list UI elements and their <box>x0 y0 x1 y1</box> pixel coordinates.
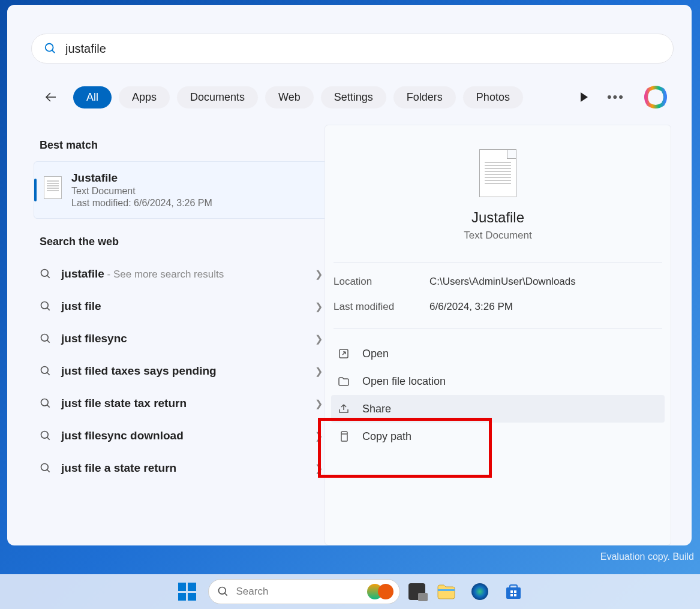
chevron-right-icon: ❯ <box>315 398 323 409</box>
watermark: Evaluation copy. Build <box>600 551 694 562</box>
web-suggestion[interactable]: just filesync ❯ <box>34 322 329 355</box>
search-icon <box>40 365 52 377</box>
edge-icon[interactable] <box>467 579 492 604</box>
best-match-label: Best match <box>40 139 323 152</box>
filter-web[interactable]: Web <box>265 86 314 108</box>
text-file-icon <box>44 176 62 199</box>
svg-rect-21 <box>438 589 455 591</box>
svg-rect-28 <box>514 594 516 596</box>
filter-row: All Apps Documents Web Settings Folders … <box>42 83 674 111</box>
folder-icon <box>337 375 350 388</box>
web-suggestion-text: just file <box>61 300 101 313</box>
svg-point-9 <box>41 367 49 374</box>
svg-line-20 <box>224 593 227 596</box>
svg-line-4 <box>47 276 50 278</box>
web-suggestion[interactable]: just filed taxes says pending ❯ <box>34 355 329 387</box>
copy-icon <box>337 430 350 443</box>
chevron-right-icon: ❯ <box>315 333 323 345</box>
preview-title: Justafile <box>325 209 671 226</box>
svg-point-19 <box>218 587 226 595</box>
taskbar: Search <box>0 574 700 609</box>
share-icon <box>337 402 350 415</box>
action-copy-path[interactable]: Copy path <box>331 423 665 450</box>
search-icon <box>40 333 52 345</box>
web-suggestion[interactable]: just file state tax return ❯ <box>34 387 329 420</box>
play-icon[interactable] <box>581 92 588 102</box>
action-open-label: Open <box>362 348 389 360</box>
taskview-icon[interactable] <box>408 583 425 600</box>
search-web-label: Search the web <box>40 236 323 248</box>
open-icon <box>337 347 350 360</box>
web-suggestion-text: just file state tax return <box>61 397 187 410</box>
search-icon <box>40 397 52 409</box>
best-match-item[interactable]: Justafile Text Document Last modified: 6… <box>34 161 329 219</box>
actions-list: Open Open file location Share Copy path <box>325 329 671 450</box>
svg-rect-24 <box>510 585 517 589</box>
svg-line-16 <box>47 470 50 472</box>
more-icon[interactable]: ••• <box>607 89 624 105</box>
action-open[interactable]: Open <box>331 340 665 367</box>
meta-modified: Last modified 6/6/2024, 3:26 PM <box>325 288 671 313</box>
web-suggestion[interactable]: just file ❯ <box>34 290 329 322</box>
svg-point-15 <box>41 464 49 471</box>
preview-pane: Justafile Text Document Location C:\User… <box>325 125 671 545</box>
svg-line-12 <box>47 405 50 408</box>
best-match-type: Text Document <box>71 186 212 197</box>
location-value: C:\Users\AdminUser\Downloads <box>429 276 576 288</box>
chevron-right-icon: ❯ <box>315 430 323 442</box>
action-copy-path-label: Copy path <box>362 430 411 443</box>
svg-line-1 <box>52 50 55 53</box>
search-icon <box>40 462 52 474</box>
arrow-left-icon <box>44 90 58 104</box>
start-button[interactable] <box>175 579 200 604</box>
chevron-right-icon: ❯ <box>315 366 323 377</box>
explorer-icon[interactable] <box>434 579 459 604</box>
svg-line-8 <box>47 340 50 343</box>
taskbar-search[interactable]: Search <box>208 579 400 604</box>
filter-photos[interactable]: Photos <box>463 86 523 108</box>
web-suggestion[interactable]: just filesync download ❯ <box>34 420 329 452</box>
preview-file-icon <box>479 149 516 197</box>
search-input[interactable] <box>65 42 661 56</box>
filter-all[interactable]: All <box>73 86 112 108</box>
search-bar[interactable] <box>31 34 674 64</box>
filter-settings[interactable]: Settings <box>321 86 386 108</box>
web-suggestion[interactable]: justafile - See more search results ❯ <box>34 258 329 290</box>
search-icon <box>217 586 229 598</box>
svg-point-3 <box>41 270 49 277</box>
action-share[interactable]: Share <box>331 395 665 423</box>
svg-point-0 <box>46 44 53 52</box>
svg-point-5 <box>41 302 49 309</box>
results-column: Best match Justafile Text Document Last … <box>34 131 329 484</box>
modified-value: 6/6/2024, 3:26 PM <box>429 301 513 313</box>
action-share-label: Share <box>362 403 391 415</box>
svg-point-11 <box>41 399 49 406</box>
location-label: Location <box>334 276 429 288</box>
filter-folders[interactable]: Folders <box>393 86 456 108</box>
back-button[interactable] <box>42 88 60 106</box>
modified-label: Last modified <box>334 301 429 313</box>
taskbar-search-badge <box>367 584 393 599</box>
chevron-right-icon: ❯ <box>315 463 323 474</box>
best-match-modified: Last modified: 6/6/2024, 3:26 PM <box>71 198 212 209</box>
filter-apps[interactable]: Apps <box>119 86 170 108</box>
svg-point-7 <box>41 334 49 342</box>
search-icon <box>40 268 52 280</box>
action-open-location-label: Open file location <box>362 375 446 388</box>
chevron-right-icon: ❯ <box>315 301 323 312</box>
svg-line-14 <box>47 438 50 440</box>
store-icon[interactable] <box>501 579 526 604</box>
svg-line-6 <box>47 308 50 310</box>
svg-point-13 <box>41 432 49 439</box>
action-open-location[interactable]: Open file location <box>331 367 665 395</box>
svg-rect-27 <box>510 594 513 596</box>
svg-rect-26 <box>514 590 516 593</box>
web-suggestion-text: justafile - See more search results <box>61 267 224 281</box>
filter-documents[interactable]: Documents <box>177 86 258 108</box>
search-panel: All Apps Documents Web Settings Folders … <box>7 5 692 545</box>
web-suggestion-text: just filesync download <box>61 429 184 442</box>
svg-rect-18 <box>341 434 347 441</box>
copilot-icon[interactable] <box>644 85 668 109</box>
svg-rect-25 <box>510 590 513 593</box>
web-suggestion[interactable]: just file a state return ❯ <box>34 452 329 484</box>
